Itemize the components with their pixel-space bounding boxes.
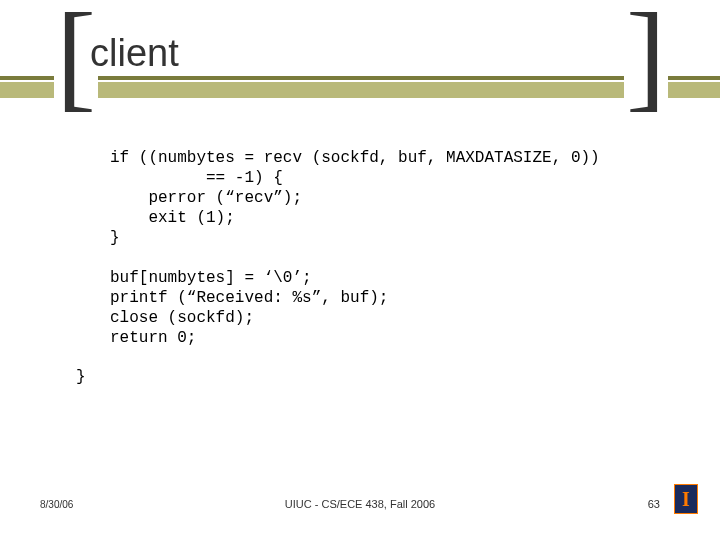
stripe-bottom (0, 82, 720, 98)
stripe-top (0, 76, 720, 80)
logo-letter: I (682, 488, 690, 511)
code-block: if ((numbytes = recv (sockfd, buf, MAXDA… (110, 148, 600, 348)
closing-brace: } (76, 368, 86, 386)
slide-title: client (90, 32, 187, 75)
footer-center: UIUC - CS/ECE 438, Fall 2006 (285, 498, 435, 510)
uiuc-logo-icon: I (674, 484, 698, 514)
footer: 8/30/06 UIUC - CS/ECE 438, Fall 2006 63 … (0, 490, 720, 510)
bracket-right-icon: ] (624, 0, 668, 116)
footer-page: 63 (648, 498, 660, 510)
footer-date: 8/30/06 (40, 499, 73, 510)
title-header: [ client ] (0, 36, 720, 106)
